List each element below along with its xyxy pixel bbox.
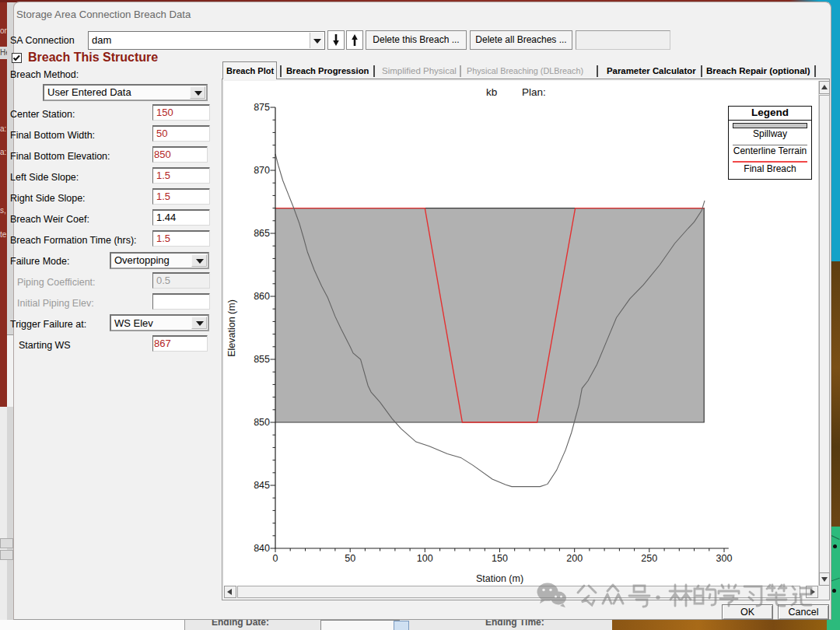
svg-text:860: 860 <box>254 291 270 302</box>
svg-text:50: 50 <box>345 553 355 564</box>
svg-text:Plan:: Plan: <box>522 86 546 98</box>
svg-text:100: 100 <box>417 553 433 564</box>
svg-text:845: 845 <box>254 480 270 491</box>
svg-text:870: 870 <box>254 165 270 176</box>
svg-text:0: 0 <box>273 553 278 564</box>
svg-text:kb: kb <box>486 86 497 98</box>
svg-text:Station (m): Station (m) <box>476 573 523 584</box>
svg-text:300: 300 <box>716 553 733 564</box>
svg-text:850: 850 <box>254 417 270 428</box>
svg-text:855: 855 <box>254 354 270 365</box>
svg-text:Elevation (m): Elevation (m) <box>226 299 237 357</box>
svg-text:840: 840 <box>254 543 270 554</box>
svg-text:250: 250 <box>641 553 657 564</box>
svg-text:200: 200 <box>566 553 583 564</box>
svg-text:150: 150 <box>492 553 508 564</box>
svg-text:875: 875 <box>254 102 270 113</box>
svg-text:865: 865 <box>254 228 270 239</box>
